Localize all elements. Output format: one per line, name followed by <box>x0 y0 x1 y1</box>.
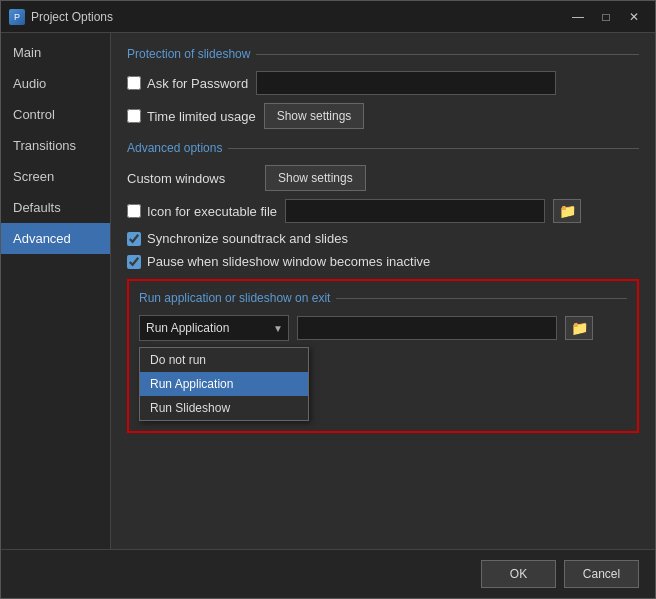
sidebar: Main Audio Control Transitions Screen De… <box>1 33 111 549</box>
window-controls: — □ ✕ <box>565 6 647 28</box>
sidebar-item-control[interactable]: Control <box>1 99 110 130</box>
window-title: Project Options <box>31 10 565 24</box>
content-area: Main Audio Control Transitions Screen De… <box>1 33 655 549</box>
custom-windows-row: Custom windows Show settings <box>127 165 639 191</box>
folder-icon: 📁 <box>559 203 576 219</box>
sidebar-item-main[interactable]: Main <box>1 37 110 68</box>
dropdown-item-run-application[interactable]: Run Application <box>140 372 308 396</box>
time-limited-show-settings-button[interactable]: Show settings <box>264 103 365 129</box>
run-section-label: Run application or slideshow on exit <box>139 291 627 305</box>
minimize-button[interactable]: — <box>565 6 591 28</box>
ok-button[interactable]: OK <box>481 560 556 588</box>
protection-section-label: Protection of slideshow <box>127 47 639 61</box>
footer: OK Cancel <box>1 549 655 598</box>
sidebar-item-transitions[interactable]: Transitions <box>1 130 110 161</box>
pause-inactive-row: Pause when slideshow window becomes inac… <box>127 254 639 269</box>
ask-password-checkbox[interactable] <box>127 76 141 90</box>
dropdown-menu-overlay: Do not run Run Application Run Slideshow <box>139 347 627 421</box>
run-on-exit-section: Run application or slideshow on exit Do … <box>127 279 639 433</box>
icon-exe-folder-button[interactable]: 📁 <box>553 199 581 223</box>
run-dropdown[interactable]: Do not run Run Application Run Slideshow <box>139 315 289 341</box>
dropdown-item-do-not-run[interactable]: Do not run <box>140 348 308 372</box>
ask-password-row: Ask for Password <box>127 71 639 95</box>
project-options-window: P Project Options — □ ✕ Main Audio Contr… <box>0 0 656 599</box>
sync-soundtrack-checkbox[interactable] <box>127 232 141 246</box>
close-button[interactable]: ✕ <box>621 6 647 28</box>
run-dropdown-container: Do not run Run Application Run Slideshow… <box>139 315 289 341</box>
main-panel: Protection of slideshow Ask for Password… <box>111 33 655 549</box>
sidebar-item-audio[interactable]: Audio <box>1 68 110 99</box>
sidebar-item-defaults[interactable]: Defaults <box>1 192 110 223</box>
run-folder-button[interactable]: 📁 <box>565 316 593 340</box>
custom-windows-show-settings-button[interactable]: Show settings <box>265 165 366 191</box>
dropdown-item-run-slideshow[interactable]: Run Slideshow <box>140 396 308 420</box>
run-path-input[interactable] <box>297 316 557 340</box>
pause-inactive-checkbox[interactable] <box>127 255 141 269</box>
time-limited-label[interactable]: Time limited usage <box>127 109 256 124</box>
pause-inactive-label[interactable]: Pause when slideshow window becomes inac… <box>127 254 430 269</box>
sidebar-item-advanced[interactable]: Advanced <box>1 223 110 254</box>
run-row: Do not run Run Application Run Slideshow… <box>139 315 627 341</box>
icon-exe-checkbox[interactable] <box>127 204 141 218</box>
time-limited-checkbox[interactable] <box>127 109 141 123</box>
ask-password-input[interactable] <box>256 71 556 95</box>
icon-exe-input[interactable] <box>285 199 545 223</box>
sync-soundtrack-label[interactable]: Synchronize soundtrack and slides <box>127 231 348 246</box>
advanced-options-label: Advanced options <box>127 141 639 155</box>
time-limited-row: Time limited usage Show settings <box>127 103 639 129</box>
window-icon: P <box>9 9 25 25</box>
sidebar-item-screen[interactable]: Screen <box>1 161 110 192</box>
cancel-button[interactable]: Cancel <box>564 560 639 588</box>
maximize-button[interactable]: □ <box>593 6 619 28</box>
icon-exe-row: Icon for executable file 📁 <box>127 199 639 223</box>
titlebar: P Project Options — □ ✕ <box>1 1 655 33</box>
dropdown-menu: Do not run Run Application Run Slideshow <box>139 347 309 421</box>
run-folder-icon: 📁 <box>571 320 588 336</box>
icon-exe-label[interactable]: Icon for executable file <box>127 204 277 219</box>
ask-password-label[interactable]: Ask for Password <box>127 76 248 91</box>
sync-soundtrack-row: Synchronize soundtrack and slides <box>127 231 639 246</box>
